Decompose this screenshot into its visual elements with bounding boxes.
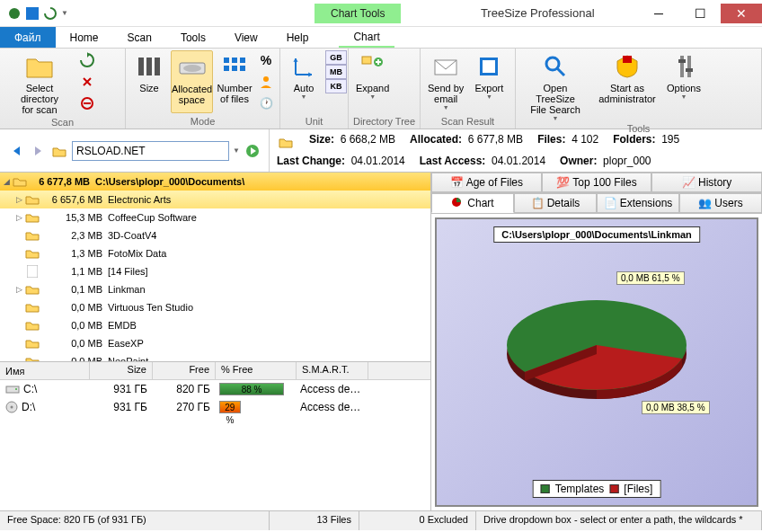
tab-extensions[interactable]: 📄Extensions <box>597 193 679 213</box>
tab-history[interactable]: 📈History <box>651 173 762 192</box>
tree-row[interactable]: 0,0 MBEMDB <box>0 316 430 334</box>
chart-panel: C:\Users\plopr_000\Documents\Linkman 0,0… <box>435 217 758 507</box>
chart-label-2: 0,0 MB 38,5 % <box>642 401 710 414</box>
menu-chart[interactable]: Chart <box>339 27 394 48</box>
allocated-value: 6 677,8 MB <box>468 133 523 146</box>
menu-file[interactable]: Файл <box>0 27 56 48</box>
svg-point-0 <box>9 8 20 19</box>
tree-row[interactable]: 2,3 MB3D-CoatV4 <box>0 226 430 244</box>
tree-row[interactable]: ▷0,1 MBLinkman <box>0 280 430 298</box>
tab-details[interactable]: 📋Details <box>514 193 597 213</box>
svg-rect-9 <box>232 58 237 63</box>
file-search-button[interactable]: Open TreeSize File Search▼ <box>519 50 591 123</box>
menu-tools[interactable]: Tools <box>166 27 220 48</box>
maximize-button[interactable]: ☐ <box>679 4 721 23</box>
svg-rect-22 <box>678 59 686 63</box>
svg-rect-21 <box>680 56 684 77</box>
tree-row[interactable]: 0,0 MBNeoPaint <box>0 352 430 361</box>
tree-row[interactable]: 1,3 MBFotoMix Data <box>0 244 430 262</box>
last-change-value: 04.01.2014 <box>351 155 405 167</box>
path-input[interactable] <box>72 141 229 161</box>
tree-row[interactable]: 0,0 MBVirtuous Ten Studio <box>0 298 430 316</box>
file-count-mode-button[interactable]: Number of files <box>215 50 254 113</box>
export-button[interactable]: Export▼ <box>469 50 509 112</box>
back-button[interactable] <box>7 142 25 160</box>
svg-rect-3 <box>138 58 144 75</box>
tree-row[interactable]: ▷6 657,6 MBElectronic Arts <box>0 191 430 208</box>
send-email-button[interactable]: Send by email▼ <box>424 50 467 112</box>
directory-tree[interactable]: ◢ 6 677,8 MB C:\Users\plopr_000\Document… <box>0 173 430 361</box>
tab-top-100[interactable]: 💯Top 100 Files <box>542 173 652 192</box>
address-toolbar: ▼ Size: 6 668,2 MB Allocated: 6 677,8 MB… <box>0 129 762 173</box>
up-folder-icon[interactable] <box>50 142 68 160</box>
owner-label: Owner: <box>560 155 597 167</box>
date-mode-icon[interactable]: 🕐 <box>256 93 276 113</box>
svg-point-30 <box>11 406 13 409</box>
allocated-mode-button[interactable]: Allocated space <box>171 50 213 113</box>
owner-mode-icon[interactable] <box>256 72 276 92</box>
remove-scan-icon[interactable] <box>77 93 97 113</box>
title-bar: ▼ Chart Tools TreeSize Professional ─ ☐ … <box>0 0 762 27</box>
svg-point-20 <box>546 58 559 70</box>
minimize-button[interactable]: ─ <box>638 4 679 23</box>
tab-chart[interactable]: Chart <box>431 193 514 213</box>
svg-point-28 <box>15 388 17 390</box>
percent-mode-icon[interactable]: % <box>256 50 276 70</box>
chart-legend: Templates [Files] <box>533 480 661 498</box>
qat-dropdown-icon[interactable]: ▼ <box>61 9 68 17</box>
select-directory-button[interactable]: Select directory for scan <box>4 50 75 117</box>
drives-header: Имя Size Free % Free S.M.A.R.T. <box>0 362 430 380</box>
app-title: TreeSize Professional <box>401 6 638 20</box>
scan-folder-icon <box>277 133 295 151</box>
size-value: 6 668,2 MB <box>341 133 395 146</box>
expand-button[interactable]: Expand▼ <box>352 50 393 102</box>
run-as-admin-button[interactable]: Start as administrator <box>593 50 661 123</box>
owner-value: plopr_000 <box>603 155 651 167</box>
svg-rect-5 <box>155 58 160 75</box>
folders-value: 195 <box>661 133 679 146</box>
tree-root[interactable]: ◢ 6 677,8 MB C:\Users\plopr_000\Document… <box>0 173 430 191</box>
auto-unit-button[interactable]: Auto▼ <box>284 50 323 102</box>
svg-rect-24 <box>686 68 693 72</box>
close-button[interactable]: ✕ <box>721 4 762 23</box>
tab-users[interactable]: 👥Users <box>679 193 762 213</box>
stop-scan-icon[interactable] <box>77 72 97 92</box>
save-icon[interactable] <box>25 6 40 21</box>
options-button[interactable]: Options▼ <box>663 50 704 123</box>
svg-point-14 <box>263 76 269 82</box>
refresh-icon[interactable] <box>43 6 58 21</box>
svg-rect-1 <box>26 7 39 20</box>
chart-label-1: 0,0 MB 61,5 % <box>616 271 685 285</box>
drive-row[interactable]: D:\931 ГБ270 ГБ29 %Access de… <box>0 398 430 416</box>
svg-rect-15 <box>362 57 371 64</box>
size-label: Size: <box>309 133 334 146</box>
tree-row[interactable]: 1,1 MB[14 Files] <box>0 262 430 280</box>
tree-row[interactable]: ▷15,3 MBCoffeeCup Software <box>0 208 430 226</box>
size-mode-button[interactable]: Size <box>129 50 169 113</box>
files-label: Files: <box>537 133 565 146</box>
menu-scan[interactable]: Scan <box>113 27 166 48</box>
menu-view[interactable]: View <box>220 27 272 48</box>
gb-unit-button[interactable]: GB <box>325 50 347 65</box>
menu-home[interactable]: Home <box>56 27 113 48</box>
drive-row[interactable]: C:\931 ГБ820 ГБ88 %Access de… <box>0 380 430 398</box>
go-button[interactable] <box>244 142 261 160</box>
kb-unit-button[interactable]: KB <box>325 79 347 93</box>
refresh-scan-icon[interactable] <box>77 50 97 70</box>
last-access-label: Last Access: <box>420 155 486 167</box>
status-bar: Free Space: 820 ГБ (of 931 ГБ) 13 Files … <box>0 510 762 530</box>
chart-tools-tab[interactable]: Chart Tools <box>315 4 401 23</box>
last-access-value: 04.01.2014 <box>492 155 545 167</box>
mb-unit-button[interactable]: MB <box>325 65 347 79</box>
menu-help[interactable]: Help <box>272 27 323 48</box>
forward-button[interactable] <box>29 142 47 160</box>
chart-title: C:\Users\plopr_000\Documents\Linkman <box>493 226 700 243</box>
ribbon: Select directory for scan Scan Size Allo… <box>0 49 762 129</box>
status-excluded: 0 Excluded <box>359 511 476 530</box>
tab-age-of-files[interactable]: 📅Age of Files <box>431 173 542 192</box>
status-free-space: Free Space: 820 ГБ (of 931 ГБ) <box>0 511 270 530</box>
app-icon <box>7 6 22 21</box>
tree-row[interactable]: 0,0 MBEaseXP <box>0 334 430 352</box>
status-hint: Drive dropdown box - select or enter a p… <box>476 511 762 530</box>
status-file-count: 13 Files <box>270 511 359 530</box>
